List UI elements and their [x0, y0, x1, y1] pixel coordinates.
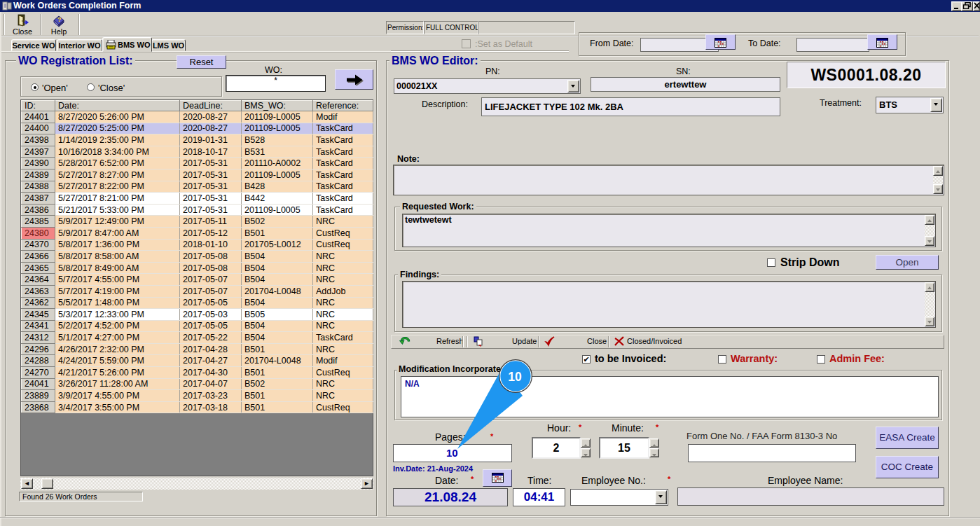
svg-text:10: 10	[508, 370, 522, 384]
svg-text:?: ?	[57, 16, 62, 23]
